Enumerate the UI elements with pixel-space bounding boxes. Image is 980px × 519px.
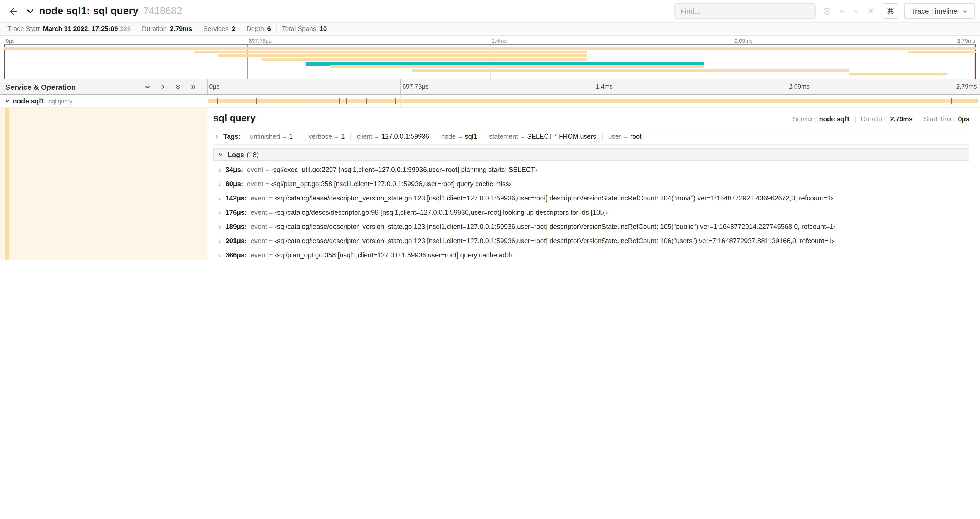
trace-info-item: Trace StartMarch 31 2022, 17:25:09.326 <box>2 25 137 33</box>
log-field-value: ‹sql/catalog/descs/descriptor.go:98 [nsq… <box>275 208 608 216</box>
log-text: event = ‹sql/catalog/lease/descriptor_ve… <box>251 223 836 230</box>
double-chevron-down-icon <box>175 84 181 90</box>
expand-one-button[interactable] <box>159 83 167 91</box>
trace-id: 7418682 <box>143 5 182 17</box>
chevron-right-icon <box>215 134 219 139</box>
log-row[interactable]: ›34μs:event = ‹sql/exec_util.go:2297 [ns… <box>213 163 969 177</box>
log-field-key: event <box>247 180 263 188</box>
log-field-key: event <box>251 251 267 259</box>
span-row-name-column[interactable]: node sql1 sql query <box>0 95 207 107</box>
logs-accordion-header[interactable]: Logs (18) <box>213 148 969 161</box>
meta-separator <box>918 116 918 123</box>
log-equals: = <box>267 223 275 230</box>
span-meta-item: Service:node sql1 <box>793 115 850 123</box>
span-meta-item: Start Time:0μs <box>924 115 969 123</box>
chevron-right-icon <box>160 84 166 90</box>
tick-label: 1.4ms <box>596 83 613 90</box>
minimap-span-bar <box>850 73 947 75</box>
tag-value: root <box>630 133 641 140</box>
span-color-strip <box>5 108 9 260</box>
tick-label: 0μs <box>209 83 220 90</box>
tag-item: _verbose=1 <box>305 133 345 140</box>
span-collapse-toggle[interactable] <box>5 98 10 104</box>
span-meta-item: Duration:2.79ms <box>861 115 913 123</box>
log-row[interactable]: ›189μs:event = ‹sql/catalog/lease/descri… <box>213 219 969 234</box>
minimap-scrubber-left[interactable] <box>4 45 5 78</box>
trace-info-item: Depth6 <box>241 25 277 33</box>
log-marker <box>263 97 264 104</box>
find-input[interactable] <box>675 3 816 19</box>
log-field-value: ‹sql/plan_opt.go:358 [nsql1,client=127.0… <box>271 180 511 188</box>
find-next-button[interactable] <box>850 4 863 18</box>
span-detail-meta: Service:node sql1Duration:2.79msStart Ti… <box>793 115 969 123</box>
span-bar[interactable] <box>208 99 978 103</box>
expand-all-button[interactable] <box>190 83 197 91</box>
trace-info-item: Duration2.79ms <box>137 25 198 33</box>
log-row[interactable]: ›80μs:event = ‹sql/plan_opt.go:358 [nsql… <box>213 177 969 191</box>
tag-item: statement=SELECT * FROM users <box>489 133 597 140</box>
log-field-value: ‹sql/plan_opt.go:358 [nsql1,client=127.0… <box>275 251 512 259</box>
span-detail-title: sql query <box>213 113 256 124</box>
trace-view-label: Trace Timeline <box>911 7 957 15</box>
info-value-fraction: .326 <box>118 25 131 33</box>
log-timestamp: 201μs: <box>226 237 247 245</box>
log-timestamp: 189μs: <box>226 223 247 230</box>
log-timestamp: 80μs: <box>226 180 243 188</box>
tag-equals: = <box>334 133 339 140</box>
tags-list: _unfinished=1_verbose=1client=127.0.0.1:… <box>246 133 642 140</box>
log-field-key: event <box>251 208 267 216</box>
log-field-key: event <box>251 223 267 230</box>
log-row[interactable]: ›366μs:event = ‹sql/plan_opt.go:358 [nsq… <box>213 248 969 260</box>
minimap-gridline <box>733 45 733 78</box>
trace-info-bar: Trace StartMarch 31 2022, 17:25:09.326Du… <box>0 22 980 36</box>
find-zoom-button[interactable] <box>820 4 834 18</box>
info-value: 2.79ms <box>170 25 192 33</box>
find-prev-button[interactable] <box>835 4 848 18</box>
tick-label: 697.75μs <box>402 83 429 90</box>
info-value: 10 <box>320 25 327 33</box>
log-timestamp: 366μs: <box>226 251 247 259</box>
meta-label: Start Time: <box>924 115 956 123</box>
chevron-right-icon: › <box>216 194 223 202</box>
info-value: March 31 2022, 17:25:09 <box>43 25 118 33</box>
tag-equals: = <box>283 133 286 140</box>
trace-view-selector[interactable]: Trace Timeline <box>904 3 975 19</box>
log-marker <box>346 97 347 104</box>
find-clear-button[interactable] <box>865 4 878 18</box>
header-toolbar: ⌘ Trace Timeline <box>675 3 975 19</box>
log-marker <box>247 97 247 104</box>
chevron-right-icon: › <box>216 208 223 217</box>
plus-circle-icon <box>823 7 831 15</box>
log-field-key: event <box>251 237 267 245</box>
meta-value: node sql1 <box>819 115 850 123</box>
tag-equals: = <box>375 133 379 140</box>
service-operation-label: Service & Operation <box>5 83 76 91</box>
collapse-one-button[interactable] <box>144 83 151 91</box>
tick-line <box>401 79 401 94</box>
log-row[interactable]: ›142μs:event = ‹sql/catalog/lease/descri… <box>213 191 969 205</box>
minimap-span-bar <box>908 51 976 53</box>
tick-line <box>787 79 788 94</box>
trace-collapse-toggle[interactable] <box>26 7 34 15</box>
info-value: 2 <box>232 25 235 33</box>
tick-line <box>207 79 208 94</box>
keyboard-shortcuts-button[interactable]: ⌘ <box>883 3 898 19</box>
log-field-key: event <box>251 194 267 202</box>
tags-accordion[interactable]: Tags: _unfinished=1_verbose=1client=127.… <box>213 129 969 145</box>
log-row[interactable]: ›201μs:event = ‹sql/catalog/lease/descri… <box>213 234 969 248</box>
chevron-right-icon: › <box>216 165 223 174</box>
back-button[interactable] <box>4 2 22 20</box>
ruler-tick: 2.09ms <box>733 37 752 44</box>
info-value: 6 <box>267 25 271 33</box>
command-icon: ⌘ <box>886 6 894 16</box>
tags-label: Tags: <box>223 133 240 140</box>
log-marker <box>309 97 309 104</box>
collapse-all-button[interactable] <box>174 83 182 91</box>
tag-separator <box>435 133 435 140</box>
trace-timeline-page: node sql1: sql query 7418682 ⌘ Trace Tim… <box>0 0 980 260</box>
log-marker <box>339 97 340 104</box>
log-row[interactable]: ›176μs:event = ‹sql/catalog/descs/descri… <box>213 205 969 219</box>
minimap-canvas[interactable] <box>4 44 976 79</box>
tag-key: client <box>357 133 372 140</box>
minimap-span-bar <box>412 69 850 72</box>
